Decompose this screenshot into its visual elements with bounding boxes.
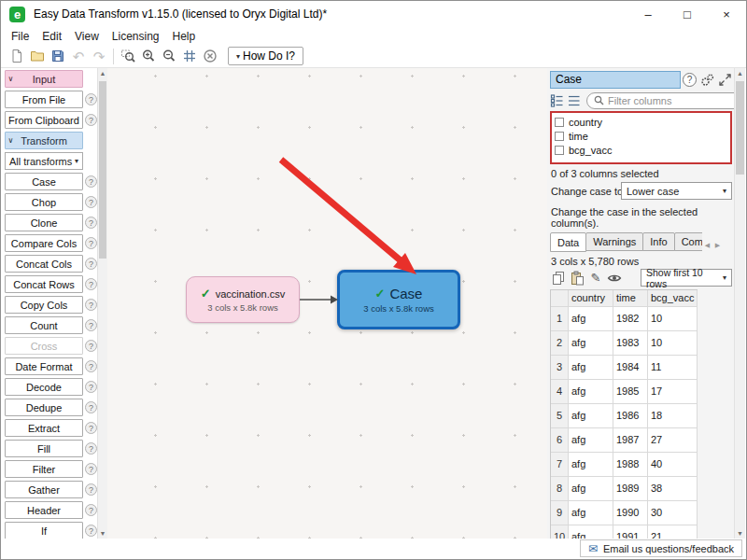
scroll-down-icon[interactable]: ▼ <box>98 528 107 539</box>
how-do-i-button[interactable]: ▾ How Do I? <box>228 47 303 65</box>
transform-item-button[interactable]: Extract <box>5 419 83 437</box>
table-cell[interactable]: afg <box>569 404 613 428</box>
tab[interactable]: Com <box>674 232 702 251</box>
table-cell[interactable]: 10 <box>648 307 698 331</box>
help-icon[interactable]: ? <box>85 442 97 455</box>
table-cell[interactable]: 1984 <box>613 356 648 380</box>
input-item-button[interactable]: From Clipboard <box>5 111 83 129</box>
menu-item[interactable]: Help <box>166 29 203 44</box>
show-rows-dropdown[interactable]: Show first 10 rows ▾ <box>641 269 732 287</box>
select-columns-view-icon[interactable] <box>550 92 564 109</box>
help-icon[interactable]: ? <box>85 217 97 229</box>
zoom-out-icon[interactable] <box>159 46 179 66</box>
maximize-button[interactable]: □ <box>668 1 707 27</box>
help-icon[interactable]: ? <box>85 278 97 290</box>
row-number-cell[interactable]: 8 <box>551 477 569 501</box>
transform-item-button[interactable]: Clone <box>5 214 83 231</box>
menu-item[interactable]: Licensing <box>106 29 166 44</box>
menu-item[interactable]: Edit <box>35 29 68 44</box>
table-cell[interactable]: 1990 <box>613 501 648 525</box>
table-cell[interactable]: 11 <box>648 356 698 380</box>
table-cell[interactable]: 40 <box>648 453 698 477</box>
help-icon[interactable]: ? <box>85 381 97 393</box>
tab-scroll-left-icon[interactable]: ◀ <box>702 239 712 252</box>
column-header-cell[interactable]: country <box>569 290 613 307</box>
tab[interactable]: Warnings <box>585 232 643 251</box>
transform-filter-dropdown[interactable]: All transforms ▾ <box>5 152 83 170</box>
table-cell[interactable]: afg <box>569 501 613 525</box>
table-cell[interactable]: afg <box>569 307 613 331</box>
scroll-up-icon[interactable]: ▲ <box>735 68 745 78</box>
table-cell[interactable]: afg <box>569 331 613 356</box>
transform-item-button[interactable]: Decode <box>5 378 83 396</box>
column-list-item[interactable]: country <box>555 115 730 129</box>
table-cell[interactable]: 1983 <box>613 331 648 356</box>
table-cell[interactable]: 18 <box>648 404 698 428</box>
transform-item-button[interactable]: Fill <box>5 440 83 457</box>
transform-item-button[interactable]: Dedupe <box>5 399 83 416</box>
paste-icon[interactable] <box>569 270 585 287</box>
canvas[interactable]: ✓ vaccination.csv 3 cols x 5.8k rows ✓ C… <box>107 68 547 539</box>
table-cell[interactable]: 21 <box>648 525 698 539</box>
table-cell[interactable]: 10 <box>648 331 698 356</box>
help-icon[interactable]: ? <box>85 463 97 475</box>
checkbox-icon[interactable] <box>555 132 564 141</box>
help-icon[interactable]: ? <box>85 525 97 537</box>
row-number-cell[interactable]: 5 <box>551 404 569 428</box>
row-number-cell[interactable]: 3 <box>551 356 569 380</box>
help-icon[interactable]: ? <box>85 401 97 413</box>
transform-section-header[interactable]: ∨ Transform <box>5 132 83 149</box>
table-cell[interactable]: 17 <box>648 380 698 404</box>
tab[interactable]: Data <box>550 232 586 252</box>
row-number-cell[interactable]: 2 <box>551 331 569 356</box>
row-number-cell[interactable]: 9 <box>551 501 569 525</box>
node-vaccination-csv[interactable]: ✓ vaccination.csv 3 cols x 5.8k rows <box>186 276 300 323</box>
sidebar-scrollbar[interactable]: ▲ ▼ <box>97 68 107 539</box>
help-icon[interactable]: ? <box>85 422 97 434</box>
copy-icon[interactable] <box>550 270 567 287</box>
list-view-icon[interactable] <box>567 92 581 109</box>
input-item-button[interactable]: From File <box>5 91 83 108</box>
scroll-up-icon[interactable]: ▲ <box>98 68 107 78</box>
input-section-header[interactable]: ∨ Input <box>5 70 83 88</box>
row-number-cell[interactable]: 4 <box>551 380 569 404</box>
feedback-link[interactable]: ✉ Email us questions/feedback <box>580 539 742 557</box>
help-icon[interactable]: ? <box>85 258 97 270</box>
table-cell[interactable]: afg <box>569 477 613 501</box>
settings-icon[interactable] <box>700 73 714 87</box>
save-icon[interactable] <box>48 46 68 66</box>
help-icon[interactable]: ? <box>85 340 97 352</box>
change-case-dropdown[interactable]: Lower case ▾ <box>621 182 732 200</box>
help-icon[interactable]: ? <box>85 360 97 372</box>
expand-icon[interactable] <box>718 73 732 87</box>
table-cell[interactable]: afg <box>569 356 613 380</box>
row-number-cell[interactable]: 7 <box>551 453 569 477</box>
undo-icon[interactable]: ↶ <box>68 46 89 66</box>
table-cell[interactable]: 30 <box>648 501 698 525</box>
table-cell[interactable]: 1986 <box>613 404 648 428</box>
table-cell[interactable]: 1987 <box>613 428 648 453</box>
table-cell[interactable]: 1985 <box>613 380 648 404</box>
transform-item-button[interactable]: Case <box>5 173 83 190</box>
help-icon[interactable]: ? <box>85 93 97 105</box>
table-cell[interactable]: 1989 <box>613 477 648 501</box>
redo-icon[interactable]: ↷ <box>89 46 109 66</box>
row-number-cell[interactable]: 10 <box>551 525 569 539</box>
checkbox-icon[interactable] <box>555 118 564 127</box>
table-cell[interactable]: 1988 <box>613 453 648 477</box>
new-file-icon[interactable] <box>7 46 27 66</box>
transform-item-button[interactable]: Concat Cols <box>5 255 83 273</box>
transform-item-button[interactable]: Gather <box>5 481 83 498</box>
scroll-down-icon[interactable]: ▼ <box>735 528 745 539</box>
filter-columns-box[interactable] <box>586 92 745 109</box>
checkbox-icon[interactable] <box>555 146 564 155</box>
tab[interactable]: Info <box>642 232 674 251</box>
panel-scrollbar[interactable]: ▲ ▼ <box>734 68 745 539</box>
transform-item-button[interactable]: Count <box>5 316 83 334</box>
scrollbar-thumb[interactable] <box>736 81 744 175</box>
help-icon[interactable]: ? <box>85 483 97 496</box>
table-cell[interactable]: 27 <box>648 428 698 453</box>
minimize-button[interactable]: – <box>628 1 668 27</box>
transform-item-button[interactable]: Filter <box>5 460 83 478</box>
table-cell[interactable]: afg <box>569 428 613 453</box>
